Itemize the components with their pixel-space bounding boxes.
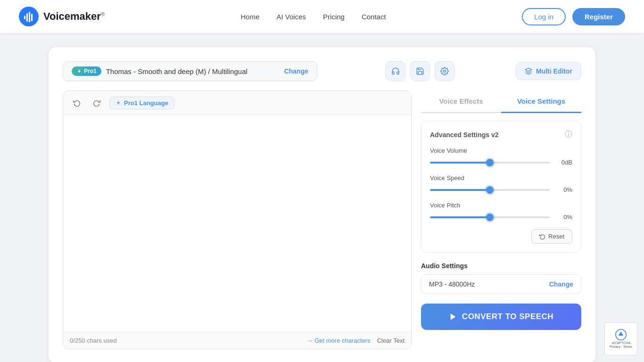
reset-row: Reset — [430, 229, 572, 244]
voice-pitch-label: Voice Pitch — [430, 202, 572, 209]
logo-text: Voicemaker® — [43, 10, 105, 23]
audio-change-button[interactable]: Change — [549, 280, 573, 288]
voice-speed-value: 0% — [555, 186, 572, 193]
editor-toolbar: Pro1 Language — [63, 91, 411, 115]
nav-pricing[interactable]: Pricing — [323, 13, 345, 21]
editor-footer: 0/250 chars used → Get more characters C… — [63, 332, 411, 349]
get-more-characters-button[interactable]: → Get more characters — [307, 337, 371, 344]
svg-marker-9 — [451, 313, 456, 320]
voice-volume-row: Voice Volume 0dB — [430, 147, 572, 166]
pro1-language-button[interactable]: Pro1 Language — [109, 97, 174, 109]
reset-button[interactable]: Reset — [531, 229, 572, 244]
voice-bar: Pro1 Thomas - Smooth and deep (M) / Mult… — [63, 61, 581, 81]
voice-volume-label: Voice Volume — [430, 147, 572, 154]
navbar: Voicemaker® Home AI Voices Pricing Conta… — [0, 0, 644, 33]
nav-links: Home AI Voices Pricing Contact — [240, 13, 386, 21]
nav-actions: Log in Register — [522, 8, 625, 25]
audio-settings-section: Audio Settings MP3 - 48000Hz Change — [421, 262, 581, 294]
settings-button[interactable] — [435, 61, 454, 81]
tab-voice-settings[interactable]: Voice Settings — [501, 90, 581, 113]
redo-icon — [93, 99, 100, 107]
voice-pitch-slider[interactable] — [430, 216, 550, 218]
voice-pitch-value: 0% — [555, 214, 572, 221]
audio-format-row: MP3 - 48000Hz Change — [421, 274, 581, 294]
text-editor-panel: Pro1 Language 0/250 chars used → Get mor… — [63, 90, 412, 349]
nav-contact[interactable]: Contact — [362, 13, 386, 21]
voice-volume-value: 0dB — [555, 159, 572, 166]
audio-format-label: MP3 - 48000Hz — [429, 280, 475, 288]
save-button[interactable] — [410, 61, 430, 81]
lightning-small-icon — [116, 100, 121, 106]
svg-rect-2 — [26, 13, 28, 22]
register-button[interactable]: Register — [572, 8, 625, 25]
tab-bar: Voice Effects Voice Settings — [421, 90, 581, 113]
svg-marker-7 — [525, 68, 531, 71]
advanced-settings-card: Advanced Settings v2 ⓘ Voice Volume 0dB … — [421, 121, 581, 253]
settings-panel: Voice Effects Voice Settings Advanced Se… — [421, 90, 581, 349]
nav-ai-voices[interactable]: AI Voices — [277, 13, 306, 21]
svg-rect-1 — [24, 16, 25, 19]
undo-icon — [73, 99, 81, 107]
pro1-badge: Pro1 — [72, 66, 101, 76]
voicemaker-logo-icon — [19, 7, 39, 26]
char-count: 0/250 chars used — [70, 337, 117, 344]
text-input[interactable] — [63, 115, 411, 332]
headphone-button[interactable] — [386, 61, 405, 81]
svg-point-6 — [443, 70, 446, 73]
voice-pitch-row: Voice Pitch 0% — [430, 202, 572, 221]
undo-button[interactable] — [70, 96, 84, 110]
recaptcha-icon — [615, 329, 627, 340]
main-container: Pro1 Thomas - Smooth and deep (M) / Mult… — [49, 47, 595, 362]
svg-rect-3 — [29, 12, 30, 22]
advanced-settings-title: Advanced Settings v2 — [430, 131, 499, 139]
voice-tools — [386, 61, 454, 81]
save-icon — [416, 67, 424, 75]
voice-pitch-slider-row: 0% — [430, 214, 572, 221]
voice-change-button[interactable]: Change — [284, 67, 308, 75]
headphone-icon — [391, 67, 400, 75]
voice-volume-slider-row: 0dB — [430, 159, 572, 166]
voice-speed-row: Voice Speed 0% — [430, 174, 572, 193]
layers-icon — [525, 67, 532, 75]
info-icon[interactable]: ⓘ — [565, 130, 572, 140]
voice-speed-slider[interactable] — [430, 189, 550, 191]
lightning-icon — [76, 68, 82, 74]
gear-icon — [440, 67, 449, 75]
login-button[interactable]: Log in — [522, 8, 566, 25]
logo: Voicemaker® — [19, 7, 105, 26]
voice-speed-slider-row: 0% — [430, 186, 572, 193]
editor-footer-actions: → Get more characters Clear Text — [307, 337, 405, 344]
voice-name-label: Thomas - Smooth and deep (M) / Multiling… — [106, 67, 280, 75]
recaptcha-badge: reCAPTCHAPrivacy · Terms — [604, 322, 637, 355]
reset-icon — [539, 233, 545, 239]
redo-button[interactable] — [90, 96, 104, 110]
advanced-settings-header: Advanced Settings v2 ⓘ — [430, 130, 572, 140]
tab-voice-effects[interactable]: Voice Effects — [421, 90, 501, 113]
voice-speed-label: Voice Speed — [430, 174, 572, 181]
voice-selector: Pro1 Thomas - Smooth and deep (M) / Mult… — [63, 61, 317, 81]
voice-volume-slider[interactable] — [430, 162, 550, 164]
multi-editor-button[interactable]: Multi Editor — [516, 62, 581, 80]
nav-home[interactable]: Home — [240, 13, 259, 21]
convert-to-speech-button[interactable]: CONVERT TO SPEECH — [421, 304, 581, 330]
editor-layout: Pro1 Language 0/250 chars used → Get mor… — [63, 90, 581, 349]
svg-marker-5 — [78, 69, 81, 74]
play-icon — [449, 313, 457, 321]
svg-rect-4 — [31, 14, 33, 21]
clear-text-button[interactable]: Clear Text — [377, 337, 405, 344]
svg-marker-8 — [117, 100, 120, 105]
audio-settings-title: Audio Settings — [421, 262, 581, 270]
